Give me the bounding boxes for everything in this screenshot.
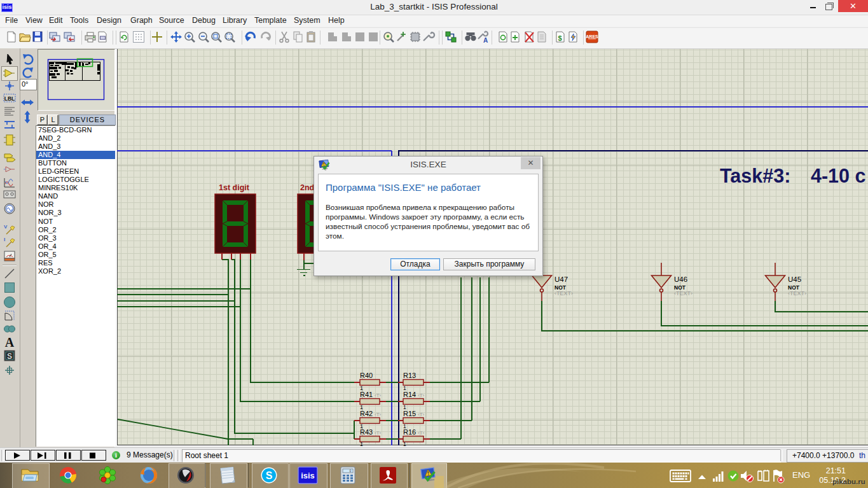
svg-text:S: S [266, 470, 273, 481]
svg-text:U45: U45 [788, 275, 801, 283]
svg-text:1st digit: 1st digit [219, 183, 250, 192]
svg-text:S: S [7, 352, 12, 361]
svg-text:1: 1 [403, 404, 406, 410]
svg-text:R41: R41 [360, 391, 373, 398]
svg-text:‹T›: ‹T› [375, 430, 382, 436]
svg-text:‹T›: ‹T› [375, 393, 382, 398]
svg-text:R15: R15 [403, 410, 416, 417]
svg-text:‹T›: ‹T› [418, 393, 425, 398]
svg-text:1: 1 [403, 385, 406, 391]
svg-text:NOT: NOT [674, 284, 686, 291]
svg-text:R40: R40 [360, 372, 373, 379]
svg-text:NOT: NOT [788, 284, 800, 291]
svg-text:‹TEXT›: ‹TEXT› [788, 290, 806, 296]
svg-text:1: 1 [360, 385, 363, 391]
svg-text:1: 1 [360, 404, 363, 410]
svg-text:0: 0 [350, 469, 352, 473]
svg-text:1: 1 [360, 423, 363, 429]
svg-text:R14: R14 [403, 391, 416, 398]
svg-text:U47: U47 [555, 275, 568, 283]
svg-text:R42: R42 [360, 410, 373, 417]
svg-text:‹T›: ‹T› [375, 412, 382, 417]
svg-text:U46: U46 [674, 275, 687, 283]
svg-text:LBL: LBL [4, 95, 15, 102]
svg-text:‹TEXT›: ‹TEXT› [674, 290, 692, 296]
svg-text:1: 1 [403, 423, 406, 429]
svg-text:R13: R13 [403, 372, 416, 379]
svg-text:1: 1 [403, 441, 406, 446]
svg-text:isis: isis [301, 471, 315, 480]
svg-text:I: I [4, 237, 5, 242]
svg-text:$: $ [558, 34, 562, 42]
svg-text:V: V [4, 224, 8, 230]
svg-text:1: 1 [360, 441, 363, 446]
svg-text:NOT: NOT [555, 284, 567, 291]
svg-text:‹TEXT›: ‹TEXT› [555, 290, 573, 296]
svg-text:ARES: ARES [586, 34, 598, 39]
svg-text:4-10 c: 4-10 c [811, 165, 866, 186]
svg-text:Task#3:: Task#3: [720, 165, 790, 186]
svg-text:‹T›: ‹T› [418, 412, 425, 417]
svg-text:A: A [5, 335, 15, 349]
svg-text:A: A [483, 37, 488, 44]
svg-text:‹T›: ‹T› [418, 430, 425, 436]
